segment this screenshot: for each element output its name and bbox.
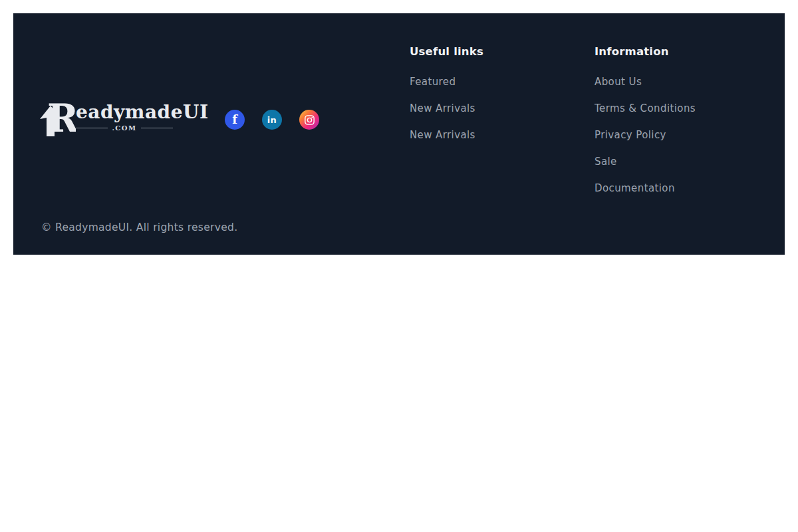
link-list: About Us Terms & Conditions Privacy Poli… bbox=[595, 75, 696, 192]
logo[interactable]: R eadymadeUI .COM bbox=[39, 102, 173, 139]
footer-column-information: Information About Us Terms & Conditions … bbox=[595, 46, 696, 208]
footer-link-sale[interactable]: Sale bbox=[595, 156, 617, 168]
footer-link-featured[interactable]: Featured bbox=[410, 76, 456, 88]
list-item: About Us bbox=[595, 75, 696, 85]
logo-wordmark: eadymadeUI bbox=[76, 104, 173, 120]
list-item: Featured bbox=[410, 75, 483, 85]
list-item: Sale bbox=[595, 155, 696, 165]
link-list: Featured New Arrivals New Arrivals bbox=[410, 75, 483, 138]
linkedin-icon: in bbox=[267, 116, 277, 124]
logo-r-arrow-icon: R bbox=[39, 102, 76, 139]
footer-link-terms[interactable]: Terms & Conditions bbox=[595, 102, 696, 114]
list-item: New Arrivals bbox=[410, 102, 483, 112]
divider-line bbox=[141, 128, 173, 128]
list-item: Documentation bbox=[595, 182, 696, 192]
footer-column-useful-links: Useful links Featured New Arrivals New A… bbox=[410, 46, 483, 155]
list-item: New Arrivals bbox=[410, 128, 483, 138]
column-title: Useful links bbox=[410, 46, 483, 58]
list-item: Privacy Policy bbox=[595, 128, 696, 138]
social-links: f in bbox=[225, 110, 319, 130]
footer-link-privacy[interactable]: Privacy Policy bbox=[595, 129, 666, 141]
logo-domain-text: .COM bbox=[112, 124, 136, 132]
footer-link-about-us[interactable]: About Us bbox=[595, 76, 642, 88]
page: R eadymadeUI .COM f in bbox=[0, 0, 798, 532]
facebook-icon: f bbox=[232, 114, 237, 126]
list-item: Terms & Conditions bbox=[595, 102, 696, 112]
footer-link-new-arrivals-1[interactable]: New Arrivals bbox=[410, 102, 475, 114]
facebook-link[interactable]: f bbox=[225, 110, 245, 130]
instagram-icon bbox=[304, 114, 315, 126]
copyright-text: © ReadymadeUI. All rights reserved. bbox=[41, 221, 237, 233]
footer-link-new-arrivals-2[interactable]: New Arrivals bbox=[410, 129, 475, 141]
divider-line bbox=[76, 128, 108, 128]
instagram-link[interactable] bbox=[299, 110, 319, 130]
footer-link-documentation[interactable]: Documentation bbox=[595, 182, 675, 194]
footer: R eadymadeUI .COM f in bbox=[13, 13, 785, 255]
logo-text-block: eadymadeUI .COM bbox=[76, 104, 173, 132]
linkedin-link[interactable]: in bbox=[262, 110, 282, 130]
column-title: Information bbox=[595, 46, 696, 58]
logo-domain: .COM bbox=[76, 124, 173, 132]
